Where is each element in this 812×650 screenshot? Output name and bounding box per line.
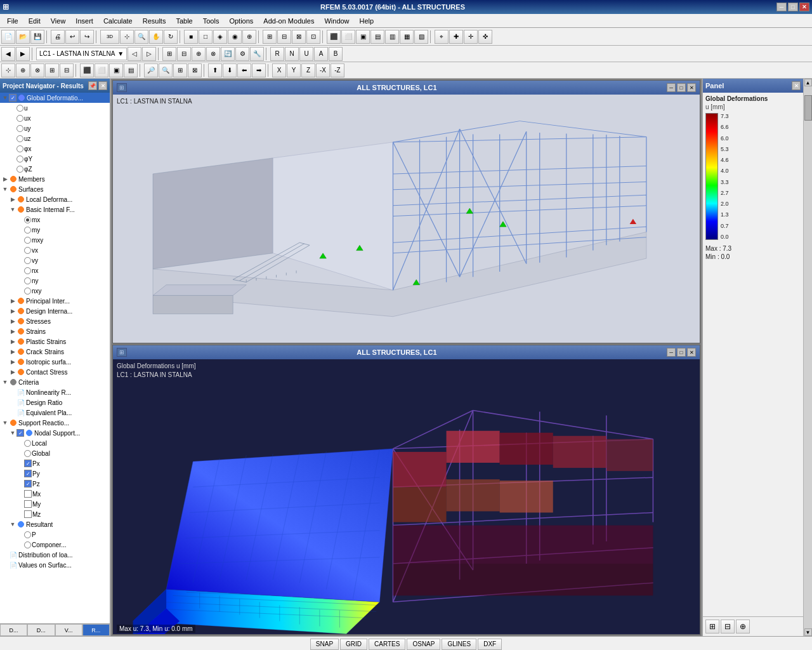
tree-item-vx[interactable]: vx (0, 245, 110, 255)
tree-item-uz[interactable]: uz (0, 133, 110, 143)
tb-row3-btn3[interactable]: ⊗ (30, 63, 44, 77)
lc-dropdown[interactable]: LC1 - LASTNA IN STALNA ▼ (36, 48, 127, 60)
tree-item-distrib-load[interactable]: 📄Distribution of loa... (0, 550, 110, 560)
tree-rb-components[interactable] (24, 541, 31, 548)
tree-item-pz[interactable]: Pz (0, 479, 110, 489)
tree-item-mx2[interactable]: Mx (0, 489, 110, 499)
tree-rb-mxy[interactable] (24, 237, 31, 244)
tree-cb-mz2[interactable] (24, 510, 32, 518)
menu-item-file[interactable]: File (3, 15, 23, 27)
tree-rb-ny[interactable] (24, 277, 31, 284)
minimize-button[interactable]: ─ (776, 3, 787, 11)
tb-save[interactable]: 💾 (30, 30, 44, 44)
tb-row3-btn6[interactable]: ⬛ (80, 63, 94, 77)
tree-item-py[interactable]: Py (0, 468, 110, 479)
tb-3d[interactable]: 3D (100, 30, 119, 44)
tb-row2-btn1[interactable]: ◀ (1, 47, 15, 61)
tb-btn-15[interactable]: ⬜ (341, 30, 355, 44)
vp-bottom-close[interactable]: ✕ (687, 348, 696, 357)
viewport-bottom-content[interactable]: Global Deformations u [mm] LC1 : LASTNA … (113, 359, 700, 634)
tree-rb-vy[interactable] (24, 257, 31, 264)
tb-pan[interactable]: ✋ (149, 30, 163, 44)
tb-btn-16[interactable]: ▣ (356, 30, 370, 44)
status-btn-snap[interactable]: SNAP (310, 639, 339, 650)
tb-row3-btn18[interactable]: X (272, 63, 286, 77)
tree-item-crack-strains[interactable]: ▶Crack Strains (0, 347, 110, 357)
tree-item-phiy[interactable]: φY (0, 154, 110, 164)
tb-row2-btn10[interactable]: ⚙ (235, 47, 249, 61)
tb-btn-19[interactable]: ▦ (400, 30, 414, 44)
tb-row2-btn9[interactable]: 🔄 (221, 47, 235, 61)
tb-row3-btn16[interactable]: ⬅ (237, 63, 251, 77)
tb-row2-btn12[interactable]: R (270, 47, 284, 61)
tb-btn-5[interactable]: ■ (184, 30, 198, 44)
tree-rb-ux[interactable] (16, 115, 23, 122)
status-btn-dxf[interactable]: DXF (478, 639, 502, 650)
tree-cb-mx2[interactable] (24, 490, 32, 498)
tree-item-mx[interactable]: mx (0, 215, 110, 225)
status-btn-grid[interactable]: GRID (340, 639, 367, 650)
tree-item-phix[interactable]: φx (0, 143, 110, 154)
tb-row3-btn7[interactable]: ⬜ (95, 63, 108, 77)
tb-btn-13[interactable]: ⊡ (306, 30, 320, 44)
tb-row2-btn5[interactable]: ⊞ (162, 47, 176, 61)
tree-rb-vx[interactable] (24, 247, 31, 254)
tb-btn-10[interactable]: ⊞ (263, 30, 277, 44)
tb-row3-btn20[interactable]: Z (301, 63, 315, 77)
tb-row3-btn8[interactable]: ▣ (109, 63, 123, 77)
tb-row2-btn7[interactable]: ⊕ (192, 47, 206, 61)
tb-row2-btn16[interactable]: B (329, 47, 343, 61)
tb-row3-btn13[interactable]: ⊠ (188, 63, 202, 77)
tab-v[interactable]: V... (55, 624, 82, 636)
tb-select[interactable]: ⊹ (120, 30, 134, 44)
tree-rb-mx[interactable] (24, 216, 31, 223)
vp-bottom-minimize[interactable]: ─ (667, 348, 676, 357)
tb-row2-btn6[interactable]: ⊟ (177, 47, 191, 61)
tree-item-ny[interactable]: ny (0, 275, 110, 286)
tab-r[interactable]: R... (82, 624, 110, 636)
menu-item-window[interactable]: Window (320, 15, 353, 27)
menu-item-view[interactable]: View (46, 15, 70, 27)
tree-item-contact-stress[interactable]: ▶Contact Stress (0, 367, 110, 377)
tb-row3-btn12[interactable]: ⊞ (173, 63, 187, 77)
right-scrollbar[interactable]: ▲ ▼ (803, 79, 812, 636)
menu-item-options[interactable]: Options (225, 15, 258, 27)
tree-rb-u[interactable] (16, 105, 23, 112)
tree-item-equivalent-pl[interactable]: 📄Equivalent Pla... (0, 408, 110, 418)
tree-item-nxy[interactable]: nxy (0, 286, 110, 296)
tree-item-local-deform[interactable]: ▶Local Deforma... (0, 194, 110, 204)
tab-d2[interactable]: D... (27, 624, 55, 636)
tree-item-local[interactable]: Local (0, 438, 110, 448)
tb-row2-btn8[interactable]: ⊗ (206, 47, 220, 61)
vp-bottom-icon[interactable]: ⊞ (117, 348, 127, 357)
menu-item-tools[interactable]: Tools (199, 15, 224, 27)
tree-rb-phix[interactable] (16, 145, 23, 152)
tree-item-members[interactable]: ▶Members (0, 174, 110, 184)
tb-row2-btn3[interactable]: ◁ (128, 47, 141, 61)
menu-item-results[interactable]: Results (138, 15, 171, 27)
tb-btn-12[interactable]: ⊠ (292, 30, 306, 44)
tree-item-global-deform[interactable]: ▼Global Deformatio... (0, 93, 110, 103)
tree-cb-nodal-support[interactable] (16, 429, 24, 437)
status-btn-cartes[interactable]: CARTES (369, 639, 405, 650)
tree-rb-uz[interactable] (16, 135, 23, 142)
tree-rb-nx[interactable] (24, 267, 31, 274)
tb-open[interactable]: 📂 (16, 30, 30, 44)
nav-close-btn[interactable]: ✕ (98, 81, 107, 90)
scroll-down-arrow[interactable]: ▼ (804, 628, 812, 636)
tb-btn-24[interactable]: ✜ (478, 30, 492, 44)
tb-row2-btn13[interactable]: N (285, 47, 299, 61)
tree-item-components[interactable]: Componer... (0, 540, 110, 550)
tree-item-mz2[interactable]: Mz (0, 509, 110, 519)
tb-row2-btn2[interactable]: ▶ (16, 47, 30, 61)
tb-row3-btn22[interactable]: -Z (331, 63, 344, 77)
tree-item-criteria[interactable]: ▼Criteria (0, 377, 110, 387)
tree-rb-local[interactable] (24, 440, 31, 447)
tb-print[interactable]: 🖨 (51, 30, 65, 44)
vp-top-minimize[interactable]: ─ (667, 83, 676, 92)
tree-cb-global-deform[interactable] (9, 94, 16, 102)
vp-top-icon[interactable]: ⊞ (117, 83, 127, 92)
vp-top-restore[interactable]: □ (677, 83, 686, 92)
tree-item-my2[interactable]: My (0, 499, 110, 509)
tree-item-my[interactable]: my (0, 225, 110, 235)
